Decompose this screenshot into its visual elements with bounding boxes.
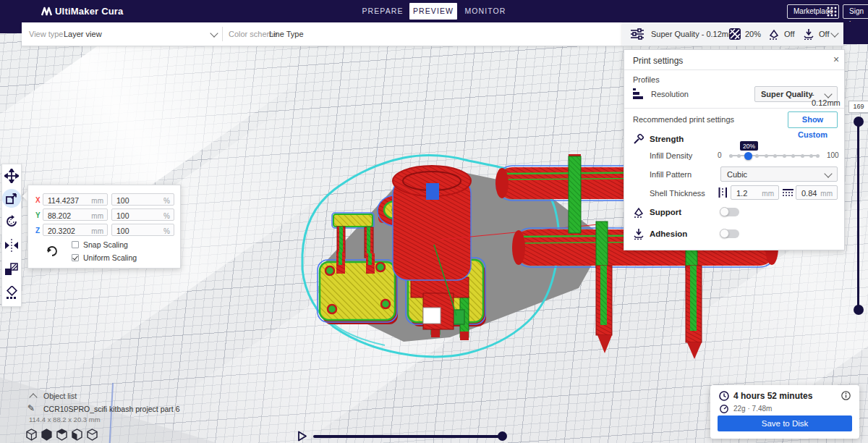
- layer-slider-track[interactable]: [857, 122, 859, 310]
- summary-support: Off: [784, 30, 794, 38]
- unit-label: mm: [91, 227, 103, 235]
- slider-handle[interactable]: [744, 152, 752, 160]
- print-settings-summary-bar[interactable]: Super Quality - 0.12mm 20% Off Off: [622, 22, 843, 46]
- slider-min: 0: [718, 151, 722, 159]
- x-scale-input[interactable]: 100 %: [111, 193, 174, 206]
- view-type-value[interactable]: Layer view: [64, 30, 102, 38]
- infill-pattern-label: Infill Pattern: [650, 170, 692, 179]
- z-scale-value: 100: [116, 227, 129, 235]
- show-custom-button[interactable]: Show Custom: [788, 111, 838, 128]
- profiles-heading: Profiles: [633, 75, 660, 84]
- scale-tool-icon[interactable]: [4, 191, 19, 206]
- support-blocker-icon[interactable]: [4, 286, 19, 300]
- strength-icon: [633, 134, 644, 145]
- z-scale-input[interactable]: 100 %: [111, 224, 174, 236]
- summary-profile: Super Quality - 0.12mm: [651, 30, 735, 38]
- sign-in-button[interactable]: Sign in: [843, 4, 868, 19]
- view-cube-outline-icon[interactable]: [86, 429, 98, 441]
- object-name[interactable]: CCR10SPRO_scifi kitbash project part 6: [43, 405, 180, 413]
- y-scale-value: 100: [116, 211, 129, 220]
- infill-icon: [729, 28, 741, 40]
- z-axis-label: Z: [35, 227, 40, 235]
- y-scale-input[interactable]: 100 %: [111, 208, 174, 221]
- resolution-layers-icon: [633, 88, 644, 100]
- resolution-value-bold: Super Quality: [761, 90, 813, 98]
- top-bottom-thickness-value: 0.84: [801, 189, 817, 198]
- object-list-toggle[interactable]: Object list: [43, 392, 77, 400]
- uniform-scaling-checkbox[interactable]: [72, 254, 79, 261]
- layer-slider-bottom-handle[interactable]: [854, 305, 864, 315]
- z-size-value: 20.3202: [48, 227, 75, 235]
- info-icon[interactable]: [841, 391, 851, 400]
- resolution-dropdown[interactable]: Super Quality - 0.12mm: [754, 86, 838, 102]
- slider-value-tooltip: 20%: [740, 141, 758, 151]
- view-cube-left-icon[interactable]: [71, 429, 83, 441]
- x-size-input[interactable]: 114.4237 mm: [43, 193, 108, 206]
- reset-scale-icon[interactable]: [46, 245, 59, 258]
- snap-scaling-label: Snap Scaling: [83, 240, 128, 249]
- chevron-down-icon[interactable]: [210, 29, 218, 37]
- simulation-slider-handle[interactable]: [498, 431, 507, 441]
- infill-pattern-dropdown[interactable]: Cubic: [720, 166, 838, 182]
- divider: [624, 108, 844, 109]
- infill-pattern-value: Cubic: [727, 170, 747, 179]
- simulation-slider-track[interactable]: [313, 435, 506, 438]
- app-title: UltiMaker Cura: [55, 6, 124, 17]
- slider-max: 100: [827, 151, 839, 159]
- apps-grid-icon[interactable]: [827, 7, 837, 17]
- summary-infill: 20%: [745, 30, 761, 38]
- infill-density-slider[interactable]: [729, 155, 820, 156]
- ultimaker-logo-icon: [41, 6, 52, 17]
- view-cube-solid-icon[interactable]: [41, 429, 53, 441]
- unit-label: mm: [91, 212, 103, 220]
- y-size-input[interactable]: 88.202 mm: [43, 208, 108, 221]
- object-dimensions: 114.4 x 88.2 x 20.3 mm: [29, 415, 101, 423]
- material-spool-icon: [720, 405, 728, 413]
- print-settings-panel: Print settings × Profiles Resolution Sup…: [624, 49, 845, 250]
- adhesion-icon: [633, 228, 644, 240]
- model-part-plate1[interactable]: [318, 252, 398, 324]
- edit-icon[interactable]: ✎: [27, 403, 35, 413]
- per-model-settings-icon[interactable]: [4, 262, 19, 277]
- strength-heading: Strength: [650, 135, 684, 143]
- header-corner: [0, 22, 22, 33]
- rotate-tool-icon[interactable]: [4, 214, 19, 229]
- snap-scaling-checkbox[interactable]: [72, 241, 79, 248]
- adhesion-toggle[interactable]: [720, 229, 739, 238]
- chevron-down-icon[interactable]: [830, 29, 838, 37]
- color-scheme-value[interactable]: Line Type: [269, 30, 304, 38]
- app-header: UltiMaker Cura PREPARE PREVIEW MONITOR M…: [0, 0, 868, 22]
- move-tool-icon[interactable]: [4, 169, 19, 183]
- z-size-input[interactable]: 20.3202 mm: [43, 224, 108, 236]
- view-cube-wireframe-icon[interactable]: [25, 429, 38, 441]
- clock-icon: [719, 391, 729, 401]
- layer-slider-top-handle[interactable]: [854, 117, 864, 127]
- adhesion-label: Adhesion: [650, 229, 687, 238]
- play-button[interactable]: [297, 431, 307, 442]
- support-label: Support: [650, 208, 681, 216]
- x-scale-value: 100: [116, 196, 129, 205]
- tab-prepare[interactable]: PREPARE: [362, 3, 404, 20]
- top-bottom-thickness-input[interactable]: 0.84 mm: [796, 185, 838, 200]
- uniform-scaling-label: Uniform Scaling: [83, 253, 137, 262]
- support-icon: [768, 28, 780, 40]
- shell-thickness-label: Shell Thickness: [650, 189, 705, 198]
- support-toggle[interactable]: [720, 208, 739, 216]
- recommended-label: Recommended print settings: [633, 115, 734, 124]
- tab-preview[interactable]: PREVIEW: [409, 3, 457, 20]
- unit-label: %: [163, 212, 170, 220]
- view-options-bar: View type Layer view Color scheme Line T…: [22, 22, 622, 46]
- close-icon[interactable]: ×: [833, 54, 839, 65]
- resolution-label: Resolution: [651, 90, 689, 98]
- view-cube-top-icon[interactable]: [56, 429, 68, 441]
- support-icon: [633, 206, 644, 218]
- tab-monitor[interactable]: MONITOR: [463, 3, 508, 20]
- layer-number-badge: 169: [848, 101, 868, 113]
- save-to-disk-button[interactable]: Save to Disk: [718, 415, 852, 431]
- mirror-tool-icon[interactable]: [4, 238, 19, 253]
- wall-thickness-input[interactable]: 1.2 mm: [731, 185, 779, 200]
- unit-label: %: [163, 197, 170, 205]
- y-size-value: 88.202: [48, 211, 71, 220]
- x-size-value: 114.4237: [48, 196, 79, 205]
- panel-title: Print settings: [633, 56, 683, 66]
